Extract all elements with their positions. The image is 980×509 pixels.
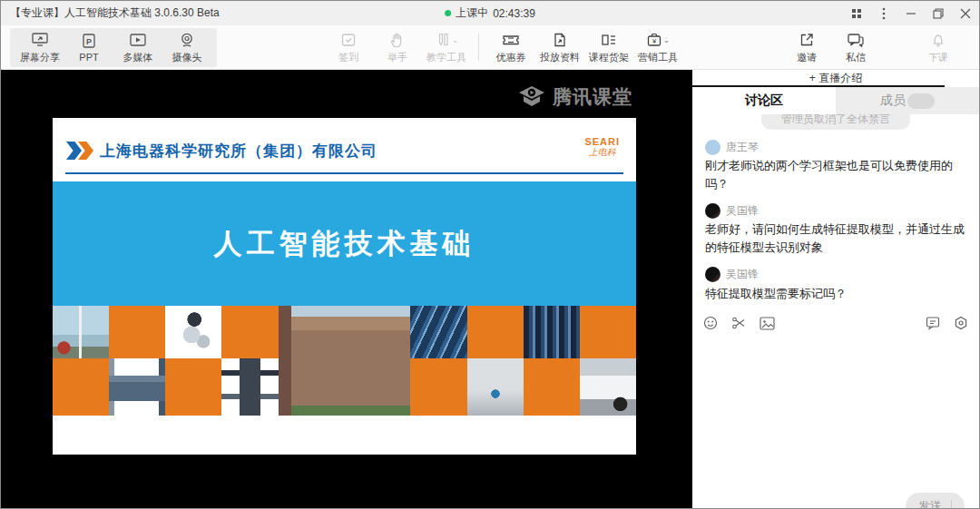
image-upload-icon[interactable] [760, 317, 775, 330]
send-button[interactable]: 发送 [906, 493, 965, 508]
header-rule [65, 172, 623, 174]
send-divider [951, 500, 952, 508]
course-shelf-label: 课程货架 [589, 51, 629, 64]
double-chevron-icon [66, 142, 93, 160]
teaching-tools-button[interactable]: ⌄ 教学工具 [422, 31, 471, 64]
class-status: 上课中 02:43:39 [445, 5, 535, 21]
raise-hand-button[interactable]: 举手 [373, 31, 422, 64]
system-message-row: 管理员取消了全体禁言 [692, 114, 979, 132]
ppt-icon: P [81, 32, 97, 50]
tab-discussion-label: 讨论区 [745, 93, 783, 109]
message-text: 老师好，请问如何生成特征提取模型，并通过生成的特征模型去识别对象 [705, 220, 966, 257]
chat-history-icon[interactable] [926, 316, 940, 330]
sign-in-button[interactable]: 签到 [324, 31, 373, 64]
company-name: 上海电器科学研究所（集团）有限公司 [100, 141, 377, 162]
raise-hand-icon [390, 31, 405, 49]
chat-message: 吴国锋 老师好，请问如何生成特征提取模型，并通过生成的特征模型去识别对象 [705, 201, 966, 257]
coupon-button[interactable]: 优惠券 [486, 31, 535, 64]
restore-button[interactable] [925, 1, 952, 25]
mosaic-tile-solar [410, 306, 466, 358]
avatar [705, 140, 720, 155]
private-message-button[interactable]: 私信 [831, 31, 880, 64]
chat-message-header: 唐王琴 [705, 138, 966, 156]
mosaic-tile-orange [53, 358, 109, 416]
multimedia-button[interactable]: 多媒体 [113, 31, 162, 64]
mosaic-tile-orange [109, 306, 165, 358]
marketing-tools-icon: ¥⌄ [646, 31, 671, 49]
platform-watermark: 腾讯课堂 [518, 84, 632, 110]
tab-discussion[interactable]: 讨论区 [692, 87, 836, 114]
mosaic-tile-motor [109, 358, 165, 416]
class-tool-group: 签到 举手 ⌄ 教学工具 优惠券 投放资料 课程货架 [324, 31, 682, 64]
mosaic-tile-orange [467, 306, 524, 358]
member-count-badge [907, 93, 935, 109]
mosaic-tile-orange [221, 306, 278, 358]
mosaic-tile-grayroom [467, 358, 524, 416]
camera-button[interactable]: 摄像头 [162, 31, 211, 64]
emoji-picker-icon[interactable] [703, 316, 718, 330]
coupon-icon [502, 31, 520, 49]
end-class-wrap: 下课 [914, 31, 963, 64]
mosaic-tile-orange [580, 306, 636, 358]
materials-button[interactable]: 投放资料 [535, 31, 584, 64]
close-button[interactable] [952, 1, 979, 25]
more-menu-icon[interactable] [870, 1, 897, 25]
avatar [705, 203, 720, 219]
seari-logo: SEARI 上电科 [584, 136, 620, 157]
toolbar-divider [478, 34, 479, 61]
chat-panel: + 直播介绍 讨论区 成员 管理员取消了全体禁言 唐王琴 [692, 70, 979, 508]
chat-input-field[interactable] [692, 335, 979, 508]
tab-members[interactable]: 成员 [836, 87, 979, 114]
end-class-label: 下课 [928, 51, 948, 64]
system-message: 管理员取消了全体禁言 [761, 114, 910, 130]
invite-label: 邀请 [797, 51, 817, 64]
media-tool-group: 屏幕分享 P PPT 多媒体 摄像头 [10, 28, 217, 67]
chat-settings-gear-icon[interactable] [954, 316, 968, 330]
camera-icon [179, 31, 195, 49]
screen-share-icon [31, 31, 49, 49]
mosaic-tile-orange [165, 358, 221, 416]
video-stage: 腾讯课堂 上海电器科学研究所（集团）有限公司 SEARI 上电科 人工智能技术 [1, 70, 692, 508]
screenshot-scissors-icon[interactable] [731, 316, 746, 330]
ppt-label: PPT [79, 52, 98, 63]
message-text: 特征提取模型需要标记吗？ [705, 285, 966, 303]
minimize-button[interactable] [897, 1, 925, 25]
invite-button[interactable]: 邀请 [782, 31, 831, 64]
slide-header: 上海电器科学研究所（集团）有限公司 SEARI 上电科 [53, 118, 636, 181]
mosaic-tile-robot [165, 306, 221, 358]
live-intro-tab[interactable]: + 直播介绍 [692, 70, 979, 87]
course-shelf-button[interactable]: 课程货架 [584, 31, 633, 64]
photo-mosaic [53, 306, 636, 416]
chat-message-header: 吴国锋 [705, 201, 966, 220]
mosaic-tile-car [580, 358, 636, 416]
main-toolbar: 屏幕分享 P PPT 多媒体 摄像头 签到 举手 [1, 25, 979, 70]
sender-name: 吴国锋 [726, 267, 759, 282]
mosaic-tile-breaker [221, 358, 278, 416]
end-class-button[interactable]: 下课 [914, 31, 963, 64]
app-window: 【专业课】人工智能技术基础 3.0.6.30 Beta 上课中 02:43:39 [0, 0, 980, 509]
seari-logo-subtext: 上电科 [584, 147, 620, 157]
chat-message-list: 唐王琴 刚才老师说的两个学习框架也是可以免费使用的吗？ 吴国锋 老师好，请问如何… [692, 132, 979, 311]
slide-footer [53, 416, 636, 455]
camera-label: 摄像头 [172, 51, 202, 64]
window-controls [843, 1, 979, 25]
sender-name: 唐王琴 [726, 140, 759, 155]
window-title: 【专业课】人工智能技术基础 3.0.6.30 Beta [1, 5, 220, 21]
private-message-icon [847, 31, 865, 49]
end-class-icon [930, 31, 946, 49]
slide-title-banner: 人工智能技术基础 [53, 181, 636, 306]
marketing-tools-button[interactable]: ¥⌄ 营销工具 [633, 31, 682, 64]
class-status-label: 上课中 [456, 5, 488, 21]
chat-message: 唐王琴 刚才老师说的两个学习框架也是可以免费使用的吗？ [705, 138, 966, 193]
svg-text:P: P [86, 37, 92, 46]
seari-logo-text: SEARI [584, 136, 620, 147]
sign-in-icon [340, 31, 357, 49]
sender-name: 吴国锋 [726, 203, 759, 219]
apps-grid-icon[interactable] [843, 1, 870, 25]
titlebar: 【专业课】人工智能技术基础 3.0.6.30 Beta 上课中 02:43:39 [1, 1, 979, 25]
tencent-classroom-logo-icon [518, 85, 545, 109]
ppt-button[interactable]: P PPT [64, 31, 113, 64]
course-shelf-icon [600, 31, 618, 49]
screen-share-button[interactable]: 屏幕分享 [15, 31, 64, 64]
watermark-text: 腾讯课堂 [553, 84, 632, 110]
